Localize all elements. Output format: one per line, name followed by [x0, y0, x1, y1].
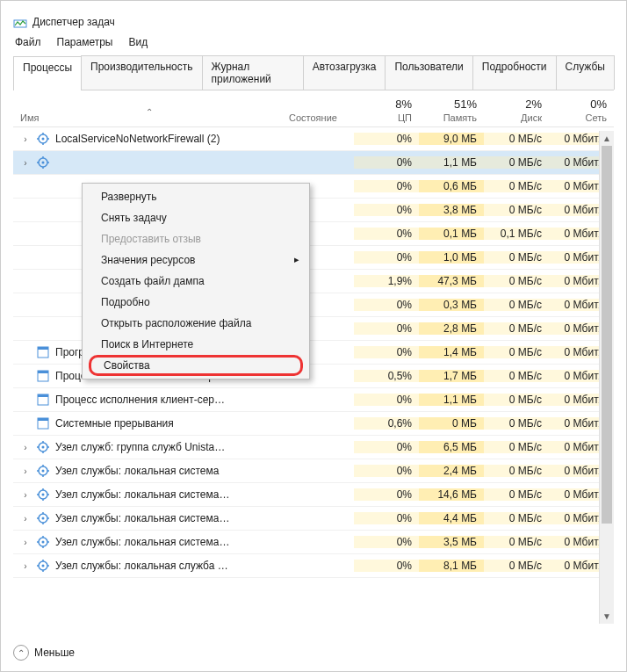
ctx-search[interactable]: Поиск в Интернете [85, 334, 306, 355]
mem-cell: 4,4 МБ [419, 512, 484, 524]
tab-processes[interactable]: Процессы [13, 56, 82, 90]
mem-cell: 2,4 МБ [419, 465, 484, 477]
menu-file[interactable]: Файл [15, 36, 41, 48]
table-row[interactable]: ›0%1,1 МБ0 МБ/с0 Мбит/с [13, 151, 614, 175]
context-menu: Развернуть Снять задачу Предоставить отз… [82, 183, 310, 379]
table-row[interactable]: ›Узел служб: группа служб Unista…0%6,5 М… [13, 436, 614, 459]
menu-options[interactable]: Параметры [57, 36, 113, 48]
cpu-cell: 0% [354, 465, 419, 477]
cpu-cell: 0,6% [354, 417, 419, 430]
mem-cell: 0,3 МБ [419, 299, 484, 311]
table-row[interactable]: ›Узел службы: локальная система…0%3,5 МБ… [13, 531, 614, 554]
fewer-details-button[interactable]: Меньше [34, 647, 75, 659]
mem-cell: 6,5 МБ [419, 441, 484, 453]
mem-label: Память [419, 112, 477, 123]
vertical-scrollbar[interactable]: ▲ ▼ [599, 131, 614, 624]
table-row[interactable]: ›Узел службы: локальная система…0%4,4 МБ… [13, 507, 614, 531]
scroll-down-icon[interactable]: ▼ [600, 609, 614, 624]
process-icon [36, 464, 50, 478]
expand-arrow-icon[interactable]: › [20, 134, 31, 144]
col-name[interactable]: ⌃ Имя [13, 112, 289, 123]
tab-details[interactable]: Подробности [472, 55, 557, 90]
table-row[interactable]: Процесс исполнения клиент-сер…0%1,1 МБ0 … [13, 388, 614, 412]
task-manager-icon [13, 15, 27, 29]
tab-performance[interactable]: Производительность [81, 55, 202, 90]
dsk-cell: 0 МБ/с [484, 251, 549, 264]
dsk-cell: 0 МБ/с [484, 180, 549, 192]
col-memory[interactable]: 51% Память [419, 98, 484, 123]
net-label: Сеть [549, 112, 607, 123]
menu-view[interactable]: Вид [128, 36, 148, 48]
table-row[interactable]: ›Узел службы: локальная система…0%14,6 М… [13, 483, 614, 507]
tab-startup[interactable]: Автозагрузка [303, 55, 386, 90]
cpu-cell: 0% [354, 180, 419, 192]
table-row[interactable]: ›Узел службы: локальная служба …0%8,1 МБ… [13, 554, 614, 578]
process-icon [36, 179, 50, 193]
svg-point-28 [42, 470, 45, 473]
mem-cell: 2,8 МБ [419, 322, 484, 335]
svg-point-8 [42, 162, 45, 164]
ctx-feedback[interactable]: Предоставить отзыв [85, 228, 306, 249]
col-network[interactable]: 0% Сеть [549, 98, 614, 123]
col-disk[interactable]: 2% Диск [484, 98, 549, 123]
expand-arrow-icon[interactable]: › [20, 158, 31, 168]
col-cpu[interactable]: 8% ЦП [354, 98, 419, 123]
mem-cell: 9,0 МБ [419, 133, 484, 145]
table-row[interactable]: ›LocalServiceNoNetworkFirewall (2)0%9,0 … [13, 127, 614, 151]
expand-arrow-icon[interactable]: › [20, 466, 31, 476]
dsk-cell: 0 МБ/с [484, 536, 549, 548]
expand-arrow-icon[interactable]: › [20, 443, 31, 452]
ctx-details[interactable]: Подробно [85, 292, 306, 313]
tab-app-history[interactable]: Журнал приложений [202, 55, 304, 90]
table-row[interactable]: ›Узел службы: локальная система0%2,4 МБ0… [13, 459, 614, 483]
process-icon [36, 393, 50, 407]
dsk-total: 2% [484, 98, 542, 111]
dsk-cell: 0 МБ/с [484, 441, 549, 453]
ctx-expand[interactable]: Развернуть [85, 186, 306, 207]
process-icon [36, 416, 50, 430]
cpu-cell: 0% [354, 156, 419, 169]
tab-services[interactable]: Службы [556, 55, 615, 90]
collapse-icon[interactable]: ⌃ [13, 645, 29, 661]
dsk-cell: 0 МБ/с [484, 133, 549, 145]
ctx-properties[interactable]: Свойства [89, 355, 303, 376]
cpu-cell: 0% [354, 133, 419, 145]
mem-cell: 0,6 МБ [419, 180, 484, 192]
ctx-open-location[interactable]: Открыть расположение файла [85, 313, 306, 334]
tab-users[interactable]: Пользователи [385, 55, 472, 90]
col-state[interactable]: Состояние [289, 112, 354, 123]
ctx-resource-values-label: Значения ресурсов [101, 254, 195, 266]
dsk-cell: 0 МБ/с [484, 417, 549, 430]
col-state-label: Состояние [289, 112, 337, 123]
dsk-cell: 0 МБ/с [484, 346, 549, 358]
column-headers: ⌃ Имя Состояние 8% ЦП 51% Память 2% Диск… [13, 90, 614, 127]
cpu-cell: 1,9% [354, 275, 419, 287]
process-name: Узел службы: локальная служба … [55, 560, 228, 572]
expand-arrow-icon[interactable]: › [20, 490, 31, 500]
cpu-total: 8% [354, 98, 412, 111]
ctx-resource-values[interactable]: Значения ресурсов ▸ [85, 249, 306, 271]
ctx-create-dump[interactable]: Создать файл дампа [85, 271, 306, 292]
dsk-cell: 0 МБ/с [484, 512, 549, 524]
dsk-cell: 0 МБ/с [484, 275, 549, 287]
process-icon [36, 535, 50, 549]
scroll-up-icon[interactable]: ▲ [600, 131, 614, 146]
footer: ⌃ Меньше [13, 645, 75, 661]
titlebar: Диспетчер задач [13, 13, 614, 36]
svg-point-46 [42, 541, 45, 544]
process-icon [36, 250, 50, 264]
svg-point-52 [42, 565, 45, 567]
process-icon [36, 488, 50, 502]
ctx-end-task[interactable]: Снять задачу [85, 207, 306, 228]
process-icon [36, 155, 50, 170]
table-row[interactable]: Системные прерывания0,6%0 МБ0 МБ/с0 Мбит… [13, 412, 614, 436]
cpu-cell: 0% [354, 322, 419, 335]
mem-cell: 1,1 МБ [419, 156, 484, 169]
process-name: Узел службы: локальная система… [55, 512, 229, 524]
scroll-thumb[interactable] [602, 146, 612, 524]
expand-arrow-icon[interactable]: › [20, 538, 31, 547]
cpu-cell: 0% [354, 560, 419, 572]
expand-arrow-icon[interactable]: › [20, 514, 31, 524]
expand-arrow-icon[interactable]: › [20, 561, 31, 571]
svg-point-22 [42, 446, 45, 449]
